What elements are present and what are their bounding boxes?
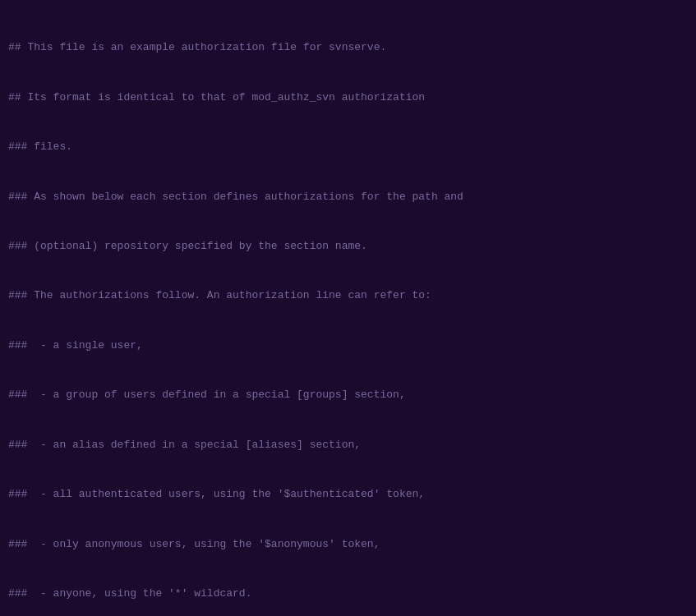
code-line-2: ## Its format is identical to that of mo… bbox=[8, 90, 688, 106]
code-line-4: ### As shown below each section defines … bbox=[8, 189, 688, 205]
code-line-1: ## This file is an example authorization… bbox=[8, 39, 688, 56]
code-line-6: ### The authorizations follow. An author… bbox=[8, 287, 688, 304]
code-line-3: ### files. bbox=[8, 139, 688, 155]
code-line-10: ### - all authenticated users, using the… bbox=[8, 486, 688, 503]
code-line-7: ### - a single user, bbox=[8, 338, 688, 354]
code-line-11: ### - only anonymous users, using the '$… bbox=[8, 536, 688, 553]
code-line-9: ### - an alias defined in a special [ali… bbox=[8, 437, 688, 453]
code-line-8: ### - a group of users defined in a spec… bbox=[8, 387, 688, 403]
code-line-5: ### (optional) repository specified by t… bbox=[8, 238, 688, 255]
code-line-12: ### - anyone, using the '*' wildcard. bbox=[8, 586, 688, 602]
code-editor: ## This file is an example authorization… bbox=[0, 0, 696, 616]
